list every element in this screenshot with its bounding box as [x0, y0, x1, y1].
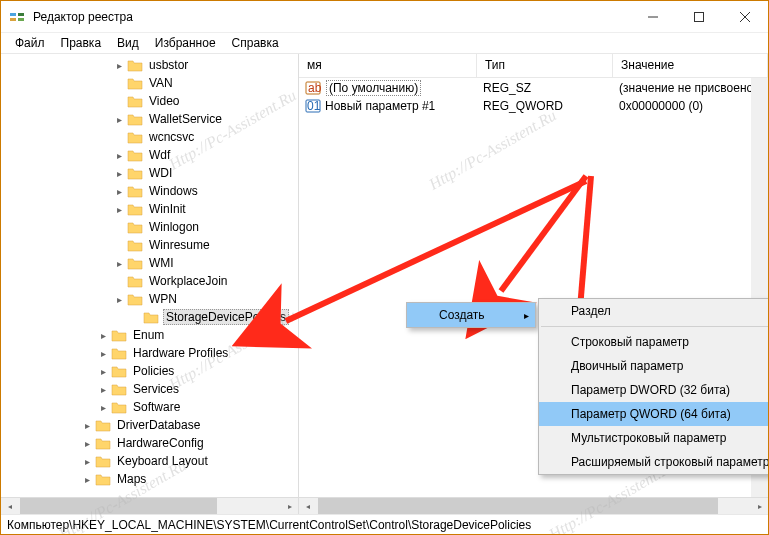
- submenu-item[interactable]: Раздел: [539, 299, 768, 323]
- tree-item[interactable]: ▸WinInit: [1, 200, 298, 218]
- submenu-item[interactable]: Расширяемый строковый параметр: [539, 450, 768, 474]
- expander-icon[interactable]: ▸: [113, 203, 125, 215]
- expander-icon[interactable]: ▸: [97, 347, 109, 359]
- col-name[interactable]: мя: [299, 54, 477, 77]
- expander-icon[interactable]: ▸: [113, 149, 125, 161]
- tree-item[interactable]: ▸WDI: [1, 164, 298, 182]
- expander-icon[interactable]: ▸: [81, 455, 93, 467]
- scroll-left-button[interactable]: ◂: [299, 498, 316, 514]
- tree-label: usbstor: [147, 58, 190, 72]
- col-value[interactable]: Значение: [613, 54, 768, 77]
- tree-item[interactable]: ▸Services: [1, 380, 298, 398]
- expander-icon[interactable]: ▸: [97, 401, 109, 413]
- folder-icon: [95, 418, 111, 432]
- maximize-button[interactable]: [676, 1, 722, 32]
- tree-item[interactable]: ▸Keyboard Layout: [1, 452, 298, 470]
- expander-icon[interactable]: [113, 275, 125, 287]
- expander-icon[interactable]: ▸: [113, 113, 125, 125]
- expander-icon[interactable]: ▸: [113, 185, 125, 197]
- tree-item[interactable]: ▸Maps: [1, 470, 298, 488]
- tree-item[interactable]: ▸HardwareConfig: [1, 434, 298, 452]
- submenu-item[interactable]: Строковый параметр: [539, 330, 768, 354]
- cell-name: 011Новый параметр #1: [299, 98, 477, 114]
- tree-item[interactable]: ▸Windows: [1, 182, 298, 200]
- value-icon: ab: [305, 80, 321, 96]
- tree-item[interactable]: ▸usbstor: [1, 56, 298, 74]
- expander-icon[interactable]: ▸: [81, 437, 93, 449]
- tree-item[interactable]: ▸DriverDatabase: [1, 416, 298, 434]
- tree-item[interactable]: ▸WPN: [1, 290, 298, 308]
- tree-item[interactable]: Winlogon: [1, 218, 298, 236]
- scroll-track[interactable]: [316, 498, 751, 514]
- folder-icon: [111, 328, 127, 342]
- expander-icon[interactable]: ▸: [81, 473, 93, 485]
- context-menu[interactable]: Создать ▸: [406, 302, 536, 328]
- folder-icon: [111, 346, 127, 360]
- expander-icon[interactable]: [113, 239, 125, 251]
- folder-icon: [127, 256, 143, 270]
- menubar: Файл Правка Вид Избранное Справка: [1, 33, 768, 54]
- tree-item[interactable]: ▸WalletService: [1, 110, 298, 128]
- tree-item[interactable]: StorageDevicePolicies: [1, 308, 298, 326]
- expander-icon[interactable]: [113, 221, 125, 233]
- svg-rect-0: [10, 13, 16, 16]
- menu-view[interactable]: Вид: [109, 34, 147, 52]
- close-button[interactable]: [722, 1, 768, 32]
- expander-icon[interactable]: ▸: [113, 257, 125, 269]
- expander-icon[interactable]: ▸: [97, 329, 109, 341]
- expander-icon[interactable]: [113, 131, 125, 143]
- context-submenu[interactable]: РазделСтроковый параметрДвоичный парамет…: [538, 298, 768, 475]
- tree-label: Hardware Profiles: [131, 346, 230, 360]
- tree-item[interactable]: ▸WMI: [1, 254, 298, 272]
- list-row[interactable]: ab(По умолчанию)REG_SZ(значение не присв…: [299, 79, 768, 97]
- folder-icon: [127, 94, 143, 108]
- folder-icon: [127, 220, 143, 234]
- expander-icon[interactable]: ▸: [97, 365, 109, 377]
- list-rows[interactable]: ab(По умолчанию)REG_SZ(значение не присв…: [299, 78, 768, 116]
- tree-view[interactable]: ▸usbstorVANVideo▸WalletServicewcncsvc▸Wd…: [1, 54, 298, 497]
- scroll-track[interactable]: [18, 498, 281, 514]
- tree-item[interactable]: ▸Hardware Profiles: [1, 344, 298, 362]
- col-type[interactable]: Тип: [477, 54, 613, 77]
- folder-icon: [127, 148, 143, 162]
- tree-label: HardwareConfig: [115, 436, 206, 450]
- menu-file[interactable]: Файл: [7, 34, 53, 52]
- expander-icon[interactable]: ▸: [113, 167, 125, 179]
- tree-item[interactable]: ▸Software: [1, 398, 298, 416]
- tree-item[interactable]: VAN: [1, 74, 298, 92]
- menu-favorites[interactable]: Избранное: [147, 34, 224, 52]
- scroll-right-button[interactable]: ▸: [281, 498, 298, 514]
- expander-icon[interactable]: [129, 311, 141, 323]
- tree-item[interactable]: Winresume: [1, 236, 298, 254]
- expander-icon[interactable]: ▸: [113, 293, 125, 305]
- submenu-item[interactable]: Параметр QWORD (64 бита): [539, 402, 768, 426]
- tree-item[interactable]: ▸Policies: [1, 362, 298, 380]
- submenu-item[interactable]: Мультистроковый параметр: [539, 426, 768, 450]
- expander-icon[interactable]: ▸: [81, 419, 93, 431]
- submenu-item[interactable]: Двоичный параметр: [539, 354, 768, 378]
- expander-icon[interactable]: ▸: [97, 383, 109, 395]
- tree-label: Winresume: [147, 238, 212, 252]
- tree-item[interactable]: Video: [1, 92, 298, 110]
- tree-item[interactable]: WorkplaceJoin: [1, 272, 298, 290]
- tree-hscrollbar[interactable]: ◂ ▸: [1, 497, 298, 514]
- tree-label: Enum: [131, 328, 166, 342]
- svg-rect-2: [10, 18, 16, 21]
- tree-item[interactable]: ▸Enum: [1, 326, 298, 344]
- scroll-left-button[interactable]: ◂: [1, 498, 18, 514]
- submenu-item[interactable]: Параметр DWORD (32 бита): [539, 378, 768, 402]
- expander-icon[interactable]: [113, 95, 125, 107]
- tree-item[interactable]: wcncsvc: [1, 128, 298, 146]
- menu-help[interactable]: Справка: [224, 34, 287, 52]
- list-hscrollbar[interactable]: ◂ ▸: [299, 497, 768, 514]
- menu-edit[interactable]: Правка: [53, 34, 110, 52]
- expander-icon[interactable]: ▸: [113, 59, 125, 71]
- cm-create[interactable]: Создать ▸: [407, 303, 535, 327]
- tree-item[interactable]: ▸Wdf: [1, 146, 298, 164]
- scroll-right-button[interactable]: ▸: [751, 498, 768, 514]
- list-header: мя Тип Значение: [299, 54, 768, 78]
- minimize-button[interactable]: [630, 1, 676, 32]
- cell-type: REG_QWORD: [477, 99, 613, 113]
- expander-icon[interactable]: [113, 77, 125, 89]
- list-row[interactable]: 011Новый параметр #1REG_QWORD0x00000000 …: [299, 97, 768, 115]
